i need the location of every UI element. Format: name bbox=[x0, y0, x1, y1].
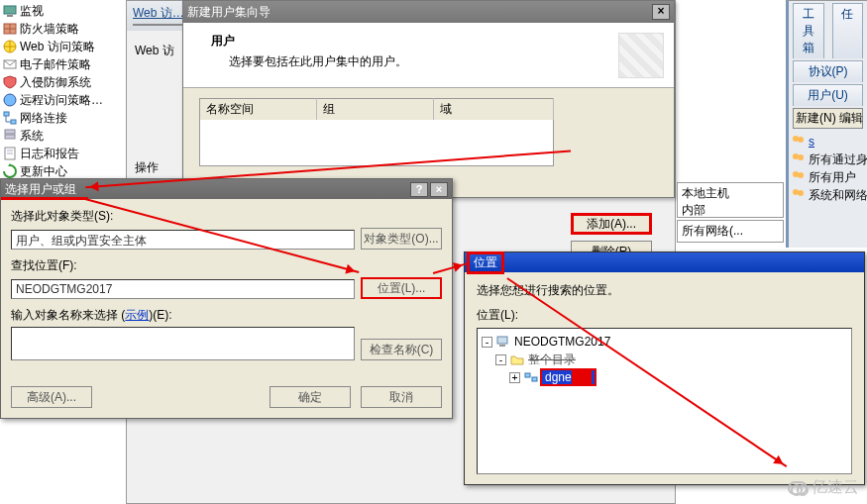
user-sets-list: s 所有通过身… 所有用户 系统和网络… bbox=[791, 133, 865, 204]
all-networks-box[interactable]: 所有网络(... bbox=[677, 220, 784, 243]
tree-label: 防火墙策略 bbox=[20, 21, 79, 38]
wizard-title: 新建用户集向导 bbox=[187, 4, 271, 21]
col-namespace[interactable]: 名称空间 bbox=[200, 99, 317, 121]
list-item[interactable]: s bbox=[791, 133, 865, 151]
svg-point-7 bbox=[4, 94, 16, 106]
expand-icon[interactable]: + bbox=[509, 372, 520, 383]
new-edit-buttons[interactable]: 新建(N) 编辑 bbox=[793, 108, 863, 129]
tree-item-web[interactable]: Web 访问策略 bbox=[2, 38, 120, 55]
tree-label: Web 访问策略 bbox=[20, 39, 95, 55]
tree-item-monitor[interactable]: 监视 bbox=[2, 2, 120, 20]
svg-point-20 bbox=[798, 154, 804, 160]
collapse-icon[interactable]: - bbox=[495, 354, 506, 365]
tree-node-dir[interactable]: - 整个目录 bbox=[495, 351, 847, 368]
check-names-button[interactable]: 检查名称(C) bbox=[361, 339, 442, 360]
web-access-heading: Web 访 bbox=[135, 43, 174, 59]
advanced-button[interactable]: 高级(A)... bbox=[11, 386, 92, 408]
selected-domain-text: dgne bbox=[545, 370, 572, 384]
list-item[interactable]: 所有通过身… bbox=[791, 151, 865, 168]
location-field-label: 位置(L): bbox=[477, 307, 852, 324]
add-button[interactable]: 添加(A)... bbox=[571, 213, 652, 235]
location-button[interactable]: 位置(L)... bbox=[361, 277, 442, 299]
list-item-label: 所有通过身… bbox=[809, 151, 867, 168]
server-icon bbox=[2, 128, 18, 144]
tree-label: 系统 bbox=[20, 128, 44, 145]
location-dialog: 位置 选择您想进行搜索的位置。 位置(L): - NEODGTMG2017 - … bbox=[464, 252, 865, 485]
toolbox-tab[interactable]: 工具箱 bbox=[793, 3, 824, 58]
network-scope-box: 本地主机 内部 bbox=[677, 182, 784, 218]
domain-icon bbox=[523, 370, 539, 384]
tree-label: 入侵防御系统 bbox=[20, 74, 91, 91]
web-access-tab[interactable]: Web 访… bbox=[133, 5, 184, 26]
svg-rect-11 bbox=[5, 135, 15, 139]
seldlg-titlebar[interactable]: 选择用户或组 ? × bbox=[1, 179, 452, 199]
tree-item-remote[interactable]: 远程访问策略… bbox=[2, 91, 120, 109]
close-icon[interactable]: × bbox=[430, 182, 448, 197]
watermark-text: 亿速云 bbox=[812, 477, 859, 498]
seldlg-title: 选择用户或组 bbox=[5, 182, 76, 196]
task-tab[interactable]: 任 bbox=[832, 3, 864, 58]
svg-rect-28 bbox=[532, 377, 537, 381]
svg-point-22 bbox=[798, 172, 804, 178]
location-label: 查找位置(F): bbox=[11, 257, 442, 274]
mail-icon bbox=[2, 56, 18, 72]
tree-node-root[interactable]: - NEODGTMG2017 bbox=[482, 333, 847, 351]
tree-label: 网络连接 bbox=[20, 110, 67, 127]
list-item-label: 系统和网络… bbox=[809, 187, 867, 204]
protocol-section[interactable]: 协议(P) bbox=[793, 60, 863, 82]
tree-label: 更新中心 bbox=[20, 163, 67, 180]
object-type-button[interactable]: 对象类型(O)... bbox=[361, 228, 442, 250]
monitor-icon bbox=[2, 3, 18, 19]
object-type-field[interactable]: 用户、组或内置安全主体 bbox=[11, 230, 355, 250]
svg-point-21 bbox=[793, 171, 799, 177]
user-section[interactable]: 用户(U) bbox=[793, 84, 863, 106]
tree-item-system[interactable]: 系统 bbox=[2, 127, 120, 145]
svg-point-23 bbox=[793, 189, 799, 195]
location-field[interactable]: NEODGTMG2017 bbox=[11, 279, 355, 299]
seldlg-footer: 高级(A)... 确定 取消 bbox=[1, 380, 452, 418]
tree-item-email[interactable]: 电子邮件策略 bbox=[2, 55, 120, 73]
wizard-step-subtitle: 选择要包括在此用户集中的用户。 bbox=[229, 53, 658, 70]
users-icon bbox=[791, 135, 807, 149]
tree-node-selected[interactable]: + dgne bbox=[509, 368, 847, 386]
svg-point-24 bbox=[798, 190, 804, 196]
col-group[interactable]: 组 bbox=[316, 99, 433, 121]
name-label-suffix: )(E): bbox=[149, 308, 171, 322]
col-domain[interactable]: 域 bbox=[433, 99, 553, 121]
toolbox-panel: 工具箱 任 协议(P) 用户(U) 新建(N) 编辑 s 所有通过身… 所有用户… bbox=[786, 0, 867, 248]
list-item[interactable]: 系统和网络… bbox=[791, 186, 865, 204]
location-tree[interactable]: - NEODGTMG2017 - 整个目录 + dgne bbox=[477, 328, 852, 474]
object-name-input[interactable] bbox=[11, 327, 355, 360]
example-link[interactable]: 示例 bbox=[125, 308, 149, 322]
users-icon bbox=[791, 188, 807, 202]
computer-icon bbox=[495, 335, 511, 349]
locdlg-titlebar[interactable]: 位置 bbox=[465, 252, 864, 272]
watermark-icon bbox=[788, 481, 808, 495]
object-type-label: 选择此对象类型(S): bbox=[11, 208, 442, 225]
svg-point-19 bbox=[793, 153, 799, 159]
tree-label: 电子邮件策略 bbox=[20, 56, 91, 73]
tree-item-ips[interactable]: 入侵防御系统 bbox=[2, 73, 120, 91]
svg-rect-27 bbox=[525, 373, 530, 377]
svg-point-17 bbox=[793, 136, 799, 142]
svg-rect-25 bbox=[497, 337, 507, 344]
list-item[interactable]: 所有用户 bbox=[791, 168, 865, 186]
ok-button[interactable]: 确定 bbox=[270, 386, 351, 408]
help-icon[interactable]: ? bbox=[410, 182, 428, 197]
tree-item-firewall[interactable]: 防火墙策略 bbox=[2, 20, 120, 38]
shield-icon bbox=[2, 74, 18, 90]
tree-label: 日志和报告 bbox=[20, 146, 79, 162]
list-item-label: s bbox=[809, 135, 814, 149]
tree-item-logs[interactable]: 日志和报告 bbox=[2, 145, 120, 162]
update-icon bbox=[2, 163, 18, 179]
wizard-titlebar[interactable]: 新建用户集向导 × bbox=[183, 1, 674, 23]
tree-item-network[interactable]: 网络连接 bbox=[2, 109, 120, 127]
svg-rect-10 bbox=[5, 130, 15, 134]
name-label-prefix: 输入对象名称来选择 ( bbox=[11, 308, 125, 322]
collapse-icon[interactable]: - bbox=[482, 337, 492, 348]
network-scope-text: 本地主机 内部 bbox=[682, 186, 729, 217]
users-icon bbox=[791, 170, 807, 184]
close-icon[interactable]: × bbox=[652, 4, 670, 20]
cancel-button[interactable]: 取消 bbox=[361, 386, 442, 408]
wizard-step-title: 用户 bbox=[211, 33, 658, 50]
